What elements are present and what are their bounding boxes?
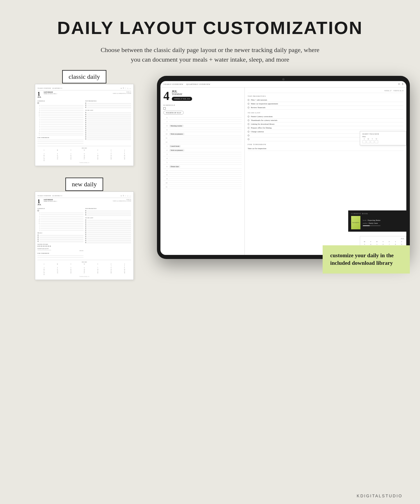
new-sleep-row: HOURS <box>37 250 83 251</box>
cal-d16: 16 <box>118 155 131 156</box>
cal-d9: 9 <box>118 153 131 154</box>
mcal-h-th: T <box>380 240 386 243</box>
sleep-hours-label: HOURS <box>79 250 83 251</box>
new-daily-label: new daily <box>65 178 103 191</box>
new-cal-d25: 25 <box>51 272 64 274</box>
new-t3 <box>85 223 131 225</box>
screen-hr-8b: 8 <box>163 173 242 177</box>
brand-name: KDIGITALSTUDIO <box>357 494 403 498</box>
new-p1 <box>85 210 131 212</box>
cal-d26: 26 <box>64 158 77 160</box>
screen-nav-edit-icon[interactable]: ✏ <box>398 83 401 85</box>
screen-view-options: VERTICAL H <box>393 90 403 92</box>
edit-icon: ✏ <box>121 87 122 89</box>
screen-date-month: JUL <box>172 90 192 93</box>
new-meal2 <box>37 236 83 238</box>
cal-d4: 4 <box>51 153 64 154</box>
new-t5 <box>85 227 131 229</box>
new-cal-d12: 12 <box>64 269 77 270</box>
new-sleep-label: SLEEP QUALITY <box>37 248 83 249</box>
new-two-col: SCHEDULE 6 7 8 9 10 11 12 1 2 <box>37 207 131 258</box>
cal-d31: 31 <box>37 160 51 161</box>
new-nav: YEARLY OVERVIEW QUARTERLY O ✏ $ ♡ ☆ ⋯ <box>37 195 131 198</box>
new-cal-d5: 5 <box>64 267 77 268</box>
cal-d13: 13 <box>78 155 91 156</box>
cal-h-s: S <box>37 149 51 151</box>
screen-hr-5: 5 <box>163 160 242 165</box>
new-nav-tabs: YEARLY OVERVIEW QUARTERLY O <box>37 195 62 196</box>
todo-circle-5 <box>248 131 249 133</box>
screen-hr-9b: 9 <box>163 177 242 181</box>
content-area: classic daily YEARLY OVERVIEW QUARTERLY … <box>23 76 397 289</box>
cal-d5: 5 <box>64 153 77 154</box>
new-water-circles <box>37 246 83 247</box>
new-cal-h-th: T <box>91 263 104 265</box>
screen-hr-10: 10Work on planners <box>163 132 242 136</box>
tablet-screen: YEARLY OVERVIEW QUARTERLY OVERVIEW ✏ $ <box>160 81 406 255</box>
classic-daily-inner: YEARLY OVERVIEW QUARTERLY O ✏ $ ♡ ☆ ⋯ <box>35 84 133 166</box>
screen-left-panel: 4 JUL TUESDAY WEEK 27 JUL 3-9 SCHEDULE <box>160 87 245 255</box>
classic-p3 <box>85 106 131 108</box>
screen-date-sub: JUL TUESDAY WEEK 27 JUL 3-9 <box>172 90 192 101</box>
todo-circle-2 <box>248 119 249 121</box>
screen-hr-1: 1Lunch break <box>163 144 242 148</box>
priority-text-2: Make car inspection appointment <box>251 103 278 105</box>
classic-priorities-label: TOP PRIORITIES <box>85 100 131 102</box>
new-meal1 <box>37 234 83 236</box>
book-label: book <box>363 219 367 221</box>
classic-t8 <box>85 126 131 128</box>
screen-nav-left: YEARLY OVERVIEW QUARTERLY OVERVIEW <box>163 83 210 85</box>
screen-nav-dollar-icon[interactable]: $ <box>402 83 404 85</box>
book-row-author: author Emily Oster <box>363 222 380 224</box>
classic-copyright: © KDIGITALSTUDIO, LLC <box>37 162 131 163</box>
screen-schedule-list: 6 7 8Morning routine 9 10Work on planner… <box>163 116 242 189</box>
book-progress-bar <box>363 225 380 226</box>
classic-right-col: TOP PRIORITIES TO DO LIST <box>85 99 131 144</box>
screen-tab-quarterly[interactable]: QUARTERLY OVERVIEW <box>186 83 210 85</box>
new-cal-d0d <box>78 265 91 267</box>
cal-d0c <box>64 151 77 153</box>
habit-tracker-title: HABIT TRACKER <box>362 133 404 135</box>
new-mini-cal: JULY 2023 S M T W T F S <box>37 260 131 275</box>
new-cal-d26: 26 <box>64 272 77 274</box>
classic-hr-11b: 11 <box>37 134 83 136</box>
classic-schedule-col: SCHEDULE 6 7 8 9 10 11 12 <box>37 99 83 144</box>
author-value: Emily Oster <box>369 222 378 224</box>
classic-week-info: WEEK 26 JUN 25-JUL 1 <box>44 93 110 94</box>
cal-d28: 28 <box>91 158 104 160</box>
cal-h-m: M <box>51 149 64 151</box>
classic-t12 <box>85 134 131 136</box>
screen-todo-2: Thumbnails for cyberry tutorials <box>248 119 403 122</box>
screen-tab-yearly[interactable]: YEARLY OVERVIEW <box>163 83 183 85</box>
classic-t13 <box>85 136 131 138</box>
screen-hr-10b: 10 <box>163 181 242 185</box>
classic-cal-header: JULY 2023 <box>37 147 131 149</box>
habit-tracker-overlay: HABIT TRACKER Pren S M T W <box>360 131 406 145</box>
new-todo-label: TO DO LIST <box>85 217 131 219</box>
new-daily-wrapper: new daily YEARLY OVERVIEW QUARTERLY O ✏ … <box>23 183 145 280</box>
classic-checkbox <box>37 102 39 104</box>
new-cal-d16: 16 <box>118 269 131 270</box>
page-title: DAILY LAYOUT CUSTOMIZATION <box>23 17 397 38</box>
new-t9 <box>85 235 131 237</box>
tablet-body: YEARLY OVERVIEW QUARTERLY OVERVIEW ✏ $ <box>157 76 410 259</box>
cal-d30: 30 <box>118 158 131 160</box>
new-cal-grid: S M T W T F S <box>37 263 131 275</box>
book-content: Expecting Better book Expecting Better <box>351 216 403 229</box>
cal-d20: 20 <box>78 156 91 158</box>
new-meal3 <box>37 238 83 240</box>
cal-d14: 14 <box>91 155 104 156</box>
mcal-4: 4 <box>368 243 373 245</box>
author-label: author <box>363 222 368 224</box>
todo-text-4: Prepare office for filming <box>251 127 272 129</box>
cal-d29: 29 <box>105 158 118 160</box>
new-nav-icons: ✏ $ ♡ ☆ ⋯ <box>121 195 131 197</box>
mcal-8: 8 <box>392 243 398 245</box>
classic-t3 <box>85 116 131 118</box>
screen-priorities-title: TOP PRIORITIES <box>248 95 403 97</box>
water-c4 <box>43 246 44 247</box>
cal-d27: 27 <box>78 158 91 160</box>
habit-cells <box>362 140 404 143</box>
new-hr-4: 4 <box>37 229 83 231</box>
new-cal-d19: 19 <box>64 270 77 272</box>
